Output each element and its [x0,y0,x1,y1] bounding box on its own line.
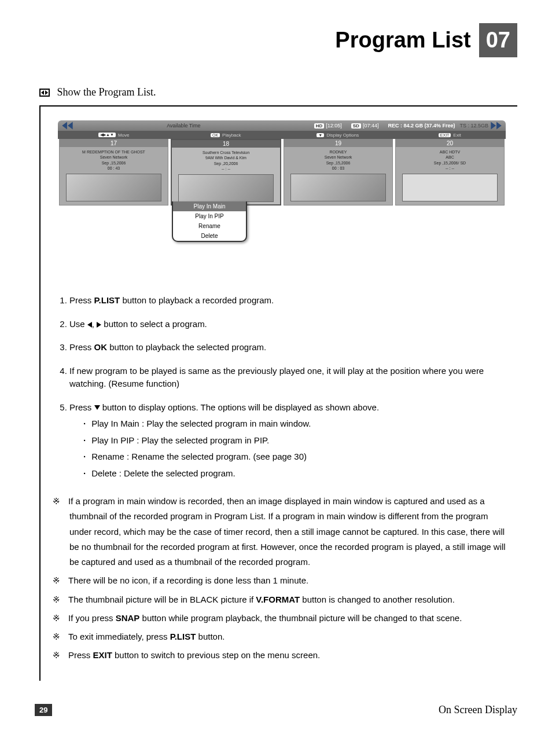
thumb [402,174,498,201]
osd-hintbar: ◀▶▲▼Move OKPlayback ▼Display Options EXI… [58,131,506,139]
opt-play-main: Play In Main : Play the selected program… [83,417,506,431]
ref-mark-icon: ※ [58,648,66,663]
opt-delete: Delete : Delete the selected program. [83,467,506,480]
note-3: ※The thumbnail picture will be in BLACK … [58,592,506,607]
popup-play-main: Play In Main [173,201,246,211]
section-name: On Screen Display [439,704,517,716]
step-5-options: Play In Main : Play the selected program… [83,417,506,480]
osd-screenshot: Available Time HD[12:05] SD[07:44] REC :… [58,120,506,271]
page-header: Program List 07 [35,23,517,57]
move-key: ◀▶▲▼ [98,133,116,137]
note-4: ※If you press SNAP button while program … [58,611,506,626]
right-arrow-icon [97,322,101,328]
ref-mark-icon: ※ [58,494,66,509]
content-box: Available Time HD[12:05] SD[07:44] REC :… [39,105,517,681]
popup-rename: Rename [173,221,246,231]
exit-hint: Exit [453,133,461,138]
thumb [66,174,161,201]
ref-mark-icon: ※ [58,592,66,607]
page-footer: 29 On Screen Display [35,704,517,716]
popup-play-pip: Play In PIP [173,211,246,221]
popup-delete: Delete [173,231,246,241]
note-1: ※If a program in main window is recorded… [58,494,506,570]
card-17: 17 M REDEMPTION OF THE GHOSTSeven Networ… [59,139,168,205]
down-hint: Display Options [326,133,359,138]
osd-topbar: Available Time HD[12:05] SD[07:44] REC :… [58,120,506,131]
osd-cards: 17 M REDEMPTION OF THE GHOSTSeven Networ… [58,139,506,205]
opt-play-pip: Play In PIP : Play the selected program … [83,434,506,447]
forward-icon [488,120,503,131]
opt-rename: Rename : Rename the selected program. (s… [83,450,506,464]
step-4: If new program to be played is same as t… [69,365,506,391]
steps-list: Press P.LIST button to playback a record… [58,294,506,480]
note-2: ※There will be no icon, if a recording i… [58,573,506,588]
notes-block: ※If a program in main window is recorded… [58,494,506,663]
chapter-number: 07 [479,23,517,57]
card-num: 19 [284,140,392,147]
sd-badge: SD [351,123,361,129]
intro-line: Show the Program List. [39,86,513,98]
rec-info: REC : 84.2 GB (37.4% Free) [383,123,459,129]
hd-time: [12:05] [326,123,342,129]
note-5: ※To exit immediately, press P.LIST butto… [58,629,506,644]
ref-mark-icon: ※ [58,611,66,626]
ref-mark-icon: ※ [58,573,66,588]
thumb [178,174,274,202]
down-arrow-icon [94,405,100,410]
options-popup: Play In Main Play In PIP Rename Delete [172,201,247,242]
ok-hint: Playback [222,133,241,138]
move-hint: Move [118,133,130,138]
available-time-label: Available Time [58,123,310,129]
page-title: Program List [335,23,479,57]
card-num: 18 [172,140,280,148]
hd-badge: HD [314,123,325,129]
card-18: 18 Southern Cross Television9AM With Dav… [171,139,281,205]
step-1: Press P.LIST button to playback a record… [69,294,506,307]
step-3: Press OK button to playback the selected… [69,341,506,354]
down-key: ▼ [317,133,324,137]
card-19: 19 RODNEYSeven NetworkSep ,15,200600 : 0… [284,139,393,205]
card-num: 20 [396,140,504,147]
intro-text: Show the Program List. [57,86,156,98]
step-5: Press button to display options. The opt… [69,401,506,480]
page-number: 29 [35,704,52,716]
sd-time: [07:44] [363,123,379,129]
step-2: Use , button to select a program. [69,318,506,331]
note-6: ※Press EXIT button to switch to previous… [58,648,506,663]
rewind-icon [60,120,75,131]
nav-icon [39,89,50,97]
card-20: 20 ABC HDTVABCSep ,15,2006/ SD-- : -- [395,139,505,205]
thumb [290,174,386,201]
left-arrow-icon [87,322,92,328]
ref-mark-icon: ※ [58,629,66,644]
card-num: 17 [60,140,168,147]
ok-key: OK [211,133,220,137]
exit-key: EXIT [439,133,451,137]
